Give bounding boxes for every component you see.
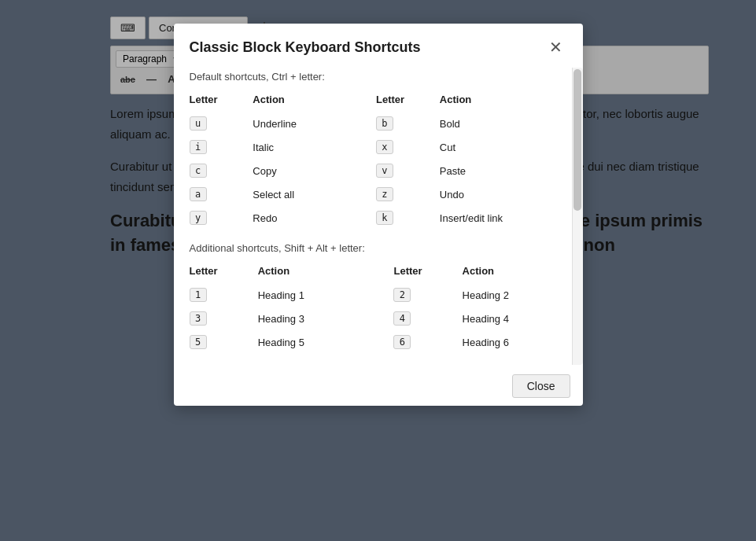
action-cell: Italic xyxy=(253,135,345,159)
section1-description: Default shortcuts, Ctrl + letter: xyxy=(190,71,567,83)
key-cell: u xyxy=(190,112,253,135)
key-cell-2: x xyxy=(376,135,440,159)
key-badge: 1 xyxy=(190,288,207,302)
col-letter2-header-2: Letter xyxy=(393,262,462,283)
key-cell-2: k xyxy=(376,206,440,230)
action-cell-2: Insert/edit link xyxy=(440,206,567,230)
col-action1-header-2: Action xyxy=(258,262,363,283)
key-cell-2: b xyxy=(376,112,440,135)
section2-table: Letter Action Letter Action 1 Heading 1 … xyxy=(190,262,567,354)
table-row: i Italic x Cut xyxy=(190,135,567,159)
col-letter2-header: Letter xyxy=(376,90,440,112)
section1-header-row: Letter Action Letter Action xyxy=(190,90,567,112)
modal-title: Classic Block Keyboard Shortcuts xyxy=(190,39,421,56)
key-badge-2: k xyxy=(376,211,393,225)
key-cell-2: 6 xyxy=(393,330,462,354)
section2-header-row: Letter Action Letter Action xyxy=(190,262,567,283)
keyboard-shortcuts-modal: Classic Block Keyboard Shortcuts ✕ Defau… xyxy=(174,24,583,406)
key-cell-2: 2 xyxy=(393,283,462,307)
table-row: 5 Heading 5 6 Heading 6 xyxy=(190,330,567,354)
action-cell-2: Paste xyxy=(440,159,567,182)
key-badge-2: z xyxy=(376,187,393,201)
table-row: 3 Heading 3 4 Heading 4 xyxy=(190,307,567,330)
key-badge: y xyxy=(190,211,207,225)
modal-footer: Close xyxy=(174,366,583,406)
modal-close-button[interactable]: ✕ xyxy=(544,36,567,58)
action-cell: Heading 3 xyxy=(258,307,363,330)
action-cell: Select all xyxy=(253,182,345,206)
col-letter1-header: Letter xyxy=(190,90,253,112)
action-cell-2: Bold xyxy=(440,112,567,135)
key-badge: 5 xyxy=(190,335,207,349)
action-cell-2: Cut xyxy=(440,135,567,159)
modal-header: Classic Block Keyboard Shortcuts ✕ xyxy=(174,24,583,68)
key-cell: 5 xyxy=(190,330,258,354)
key-badge: u xyxy=(190,116,207,131)
key-cell-2: z xyxy=(376,182,440,206)
key-cell: 3 xyxy=(190,307,258,330)
key-badge-2: b xyxy=(376,116,393,131)
col-action2-header: Action xyxy=(440,90,567,112)
key-badge-2: x xyxy=(376,140,393,154)
action-cell-2: Heading 4 xyxy=(463,307,567,330)
modal-scrollbar[interactable] xyxy=(572,68,583,365)
scroll-thumb xyxy=(573,69,581,211)
key-cell-2: 4 xyxy=(393,307,462,330)
key-cell: 1 xyxy=(190,283,258,307)
key-badge-2: 2 xyxy=(393,288,411,302)
table-row: 1 Heading 1 2 Heading 2 xyxy=(190,283,567,307)
modal-overlay: Classic Block Keyboard Shortcuts ✕ Defau… xyxy=(0,0,756,541)
action-cell-2: Heading 6 xyxy=(463,330,567,354)
key-badge: c xyxy=(190,164,207,178)
action-cell: Redo xyxy=(253,206,345,230)
table-row: c Copy v Paste xyxy=(190,159,567,182)
key-cell: i xyxy=(190,135,253,159)
key-badge: 3 xyxy=(190,311,207,326)
key-badge: a xyxy=(190,187,207,201)
key-badge-2: 6 xyxy=(393,335,411,349)
key-cell: y xyxy=(190,206,253,230)
table-row: y Redo k Insert/edit link xyxy=(190,206,567,230)
action-cell: Copy xyxy=(253,159,345,182)
table-row: a Select all z Undo xyxy=(190,182,567,206)
table-row: u Underline b Bold xyxy=(190,112,567,135)
action-cell: Underline xyxy=(253,112,345,135)
key-badge: i xyxy=(190,140,207,154)
col-action2-header-2: Action xyxy=(463,262,567,283)
action-cell-2: Undo xyxy=(440,182,567,206)
key-badge-2: v xyxy=(376,164,393,178)
action-cell: Heading 1 xyxy=(258,283,363,307)
action-cell: Heading 5 xyxy=(258,330,363,354)
section1-table: Letter Action Letter Action u Underline … xyxy=(190,90,567,230)
key-cell-2: v xyxy=(376,159,440,182)
close-button[interactable]: Close xyxy=(512,374,570,398)
modal-body[interactable]: Default shortcuts, Ctrl + letter: Letter… xyxy=(174,68,583,366)
action-cell-2: Heading 2 xyxy=(463,283,567,307)
col-action1-header: Action xyxy=(253,90,345,112)
key-badge-2: 4 xyxy=(393,311,411,326)
key-cell: c xyxy=(190,159,253,182)
section2-description: Additional shortcuts, Shift + Alt + lett… xyxy=(190,242,567,254)
col-letter1-header-2: Letter xyxy=(190,262,258,283)
key-cell: a xyxy=(190,182,253,206)
